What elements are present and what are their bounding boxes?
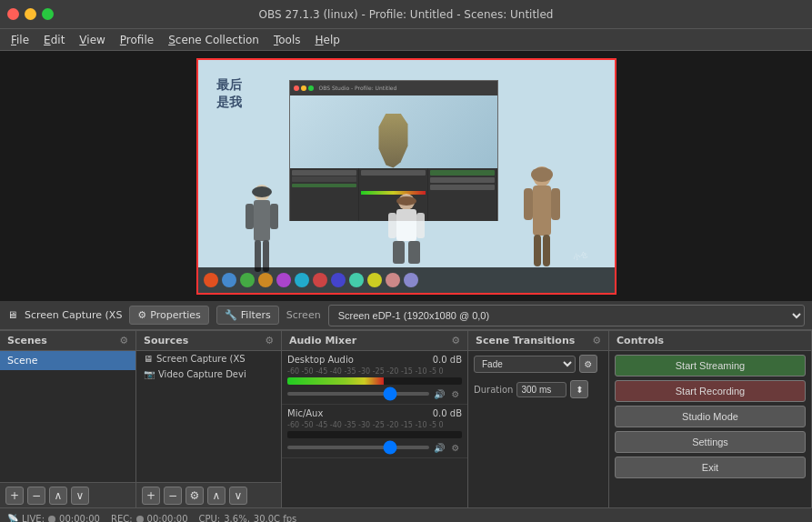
scenes-body: Scene (0, 351, 135, 482)
source-name-display: Screen Capture (XS (25, 309, 122, 321)
source-name-screen: Screen Capture (XS (156, 354, 246, 364)
source-down-btn[interactable]: ∨ (229, 487, 247, 505)
svg-rect-10 (270, 204, 278, 229)
scenes-panel: Scenes ⚙ Scene + − ∧ ∨ (0, 331, 136, 507)
source-config-btn[interactable]: ⚙ (185, 487, 204, 505)
volume-slider-mic[interactable] (287, 446, 429, 449)
svg-rect-17 (416, 213, 425, 238)
cpu-value: 3.6%, (224, 514, 250, 522)
menu-profile[interactable]: Profile (113, 32, 161, 48)
exit-btn[interactable]: Exit (615, 457, 806, 478)
svg-rect-3 (551, 188, 560, 220)
audio-channel-mic-label: Mic/Aux 0.0 dB (287, 408, 462, 418)
menu-help[interactable]: Help (308, 32, 347, 48)
scene-remove-btn[interactable]: − (27, 487, 45, 505)
svg-rect-2 (524, 188, 533, 220)
audio-header: Audio Mixer ⚙ (282, 331, 467, 351)
char3 (384, 193, 429, 266)
transition-type-select[interactable]: Fade (474, 356, 576, 373)
scene-add-btn[interactable]: + (5, 487, 24, 505)
start-streaming-btn[interactable]: Start Streaming (615, 355, 806, 376)
monitor-src-icon: 🖥 (144, 354, 153, 364)
sources-config-icon[interactable]: ⚙ (265, 335, 274, 346)
svg-rect-1 (533, 186, 551, 236)
menu-view[interactable]: View (72, 32, 112, 48)
maximize-button[interactable] (42, 8, 54, 20)
mute-icon-mic[interactable]: 🔊 (433, 441, 446, 454)
window-controls[interactable] (7, 8, 54, 20)
audio-config-icon[interactable]: ⚙ (451, 335, 460, 346)
duration-spin-btn[interactable]: ⬍ (570, 380, 588, 398)
taskbar-icon-8 (331, 273, 346, 287)
audio-meter-scale: -60 -50 -45 -40 -35 -30 -25 -20 -15 -10 … (287, 367, 462, 376)
menu-edit[interactable]: Edit (36, 32, 72, 48)
audio-meter-desktop-fill (287, 377, 384, 385)
status-live: 📡 LIVE: 00:00:00 (7, 514, 100, 522)
audio-label: Audio Mixer (289, 335, 356, 346)
audio-panel: Audio Mixer ⚙ Desktop Audio 0.0 dB -60 -… (282, 331, 468, 507)
taskbar-icon-3 (240, 273, 255, 287)
screen-label: Screen (286, 309, 321, 321)
svg-rect-5 (543, 235, 550, 266)
scenes-config-icon[interactable]: ⚙ (119, 335, 128, 346)
preview-taskbar (198, 267, 615, 293)
inner-title-bar: OBS Studio - Profile: Untitled (290, 81, 497, 95)
svg-rect-8 (254, 200, 270, 241)
duration-row: Duration ⬍ (468, 376, 608, 402)
mute-icon-desktop[interactable]: 🔊 (433, 387, 446, 400)
source-item-screen[interactable]: 🖥 Screen Capture (XS (136, 351, 281, 366)
svg-rect-16 (388, 213, 396, 238)
source-add-btn[interactable]: + (142, 487, 160, 505)
controls-body: Start Streaming Start Recording Studio M… (609, 351, 811, 507)
preview-content: 最后是我 OBS Studio - Profile: Untitled (198, 60, 615, 293)
sources-controls: + − ⚙ ∧ ∨ (136, 482, 281, 507)
source-remove-btn[interactable]: − (164, 487, 182, 505)
scenes-controls: + − ∧ ∨ (0, 482, 135, 507)
overlay-text: 最后是我 (216, 76, 242, 112)
filters-chip[interactable]: 🔧 Filters (216, 306, 279, 325)
source-up-btn[interactable]: ∧ (207, 487, 226, 505)
scene-up-btn[interactable]: ∧ (49, 487, 67, 505)
audio-meter-mic (287, 431, 462, 438)
taskbar-icon-10 (367, 273, 382, 287)
properties-chip[interactable]: ⚙ Properties (129, 306, 208, 325)
audio-settings-icon-mic[interactable]: ⚙ (449, 441, 462, 454)
menu-file[interactable]: File (4, 32, 36, 48)
char1 (519, 166, 565, 270)
start-recording-btn[interactable]: Start Recording (615, 380, 806, 402)
source-item-camera[interactable]: 📷 Video Capture Devi (136, 366, 281, 382)
volume-slider-desktop[interactable] (287, 392, 429, 396)
svg-rect-4 (534, 235, 541, 266)
audio-channel-desktop-label: Desktop Audio 0.0 dB (287, 355, 462, 365)
menu-scene-collection[interactable]: Scene Collection (161, 32, 266, 48)
close-button[interactable] (7, 8, 19, 20)
menu-tools[interactable]: Tools (266, 32, 308, 48)
audio-settings-icon-desktop[interactable]: ⚙ (449, 387, 462, 400)
taskbar-icon-7 (313, 273, 327, 287)
source-bar: 🖥 Screen Capture (XS ⚙ Properties 🔧 Filt… (0, 301, 812, 330)
transitions-config-icon[interactable]: ⚙ (592, 335, 601, 346)
duration-input[interactable] (516, 382, 566, 397)
controls-header: Controls (609, 331, 811, 351)
audio-channel-mic: Mic/Aux 0.0 dB -60 -50 -45 -40 -35 -30 -… (282, 405, 467, 458)
studio-mode-btn[interactable]: Studio Mode (615, 406, 806, 427)
settings-btn[interactable]: Settings (615, 431, 806, 453)
scene-down-btn[interactable]: ∨ (71, 487, 89, 505)
cpu-label: CPU: (199, 514, 221, 522)
minimize-button[interactable] (25, 8, 36, 20)
duration-label: Duration (474, 385, 513, 395)
scene-item-scene[interactable]: Scene (0, 351, 135, 370)
status-bar: 📡 LIVE: 00:00:00 REC: 00:00:00 CPU: 3.6%… (0, 507, 812, 522)
camera-src-icon: 📷 (144, 369, 155, 379)
audio-meter-scale-mic: -60 -50 -45 -40 -35 -30 -25 -20 -15 -10 … (287, 421, 462, 429)
screen-select[interactable]: Screen eDP-1 (1920x1080 @ 0,0) (328, 305, 805, 326)
sources-label: Sources (144, 335, 188, 346)
live-label: LIVE: (22, 514, 45, 522)
scenes-header: Scenes ⚙ (0, 331, 135, 351)
transition-settings-btn[interactable]: ⚙ (579, 355, 597, 373)
rec-dot (136, 516, 144, 523)
svg-point-20 (396, 196, 416, 206)
transitions-body: Fade ⚙ Duration ⬍ (468, 351, 608, 507)
audio-controls-mic: 🔊 ⚙ (287, 441, 462, 454)
audio-channel-desktop: Desktop Audio 0.0 dB -60 -50 -45 -40 -35… (282, 351, 467, 405)
